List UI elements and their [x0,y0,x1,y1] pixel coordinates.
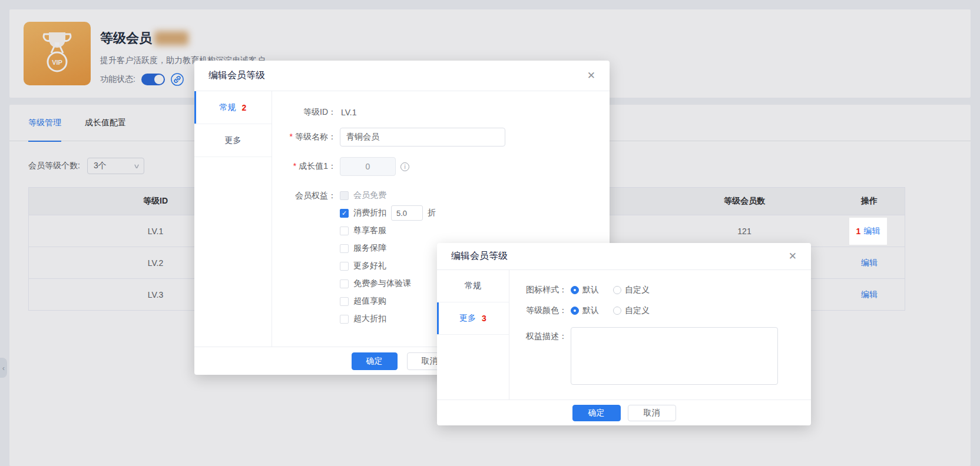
benefit-item: 更多好礼 [340,257,436,275]
radio-icon-default[interactable]: 默认 [571,285,599,295]
dialog-side-tabs: 常规 2 更多 [194,91,272,347]
cancel-button[interactable]: 取消 [628,405,676,421]
checkbox-consume-discount[interactable]: ✓ [340,209,349,218]
highlighted-edit-action: 1 编辑 [849,218,887,245]
benefit-desc-textarea[interactable] [571,327,778,385]
radio-selected-icon [571,286,579,294]
checkbox-service-guarantee[interactable] [340,244,349,253]
radio-color-custom[interactable]: 自定义 [613,305,650,316]
checkbox-big-discount[interactable] [340,315,349,324]
checkbox-member-free[interactable] [340,191,349,200]
annotation-2: 2 [242,103,247,112]
growth-value-input [340,157,396,176]
checkbox-vip-service[interactable] [340,227,349,235]
benefits-label: 会员权益： [272,187,336,201]
benefit-item: 服务保障 [340,239,436,257]
benefit-item: ✓ 消费折扣 折 [340,204,436,222]
level-id-label: 等级ID： [272,107,336,118]
dialog-side-tabs: 常规 更多 3 [437,270,509,400]
radio-unselected-icon [613,307,621,315]
benefit-desc-label: 权益描述： [509,327,567,342]
more-form: 图标样式： 默认 自定义 等级颜色： 默认 [509,270,811,400]
confirm-button[interactable]: 确定 [352,352,398,370]
benefit-item: 会员免费 [340,187,436,204]
edit-level-dialog-more: 编辑会员等级 ✕ 常规 更多 3 图标样式： 默认 [437,243,811,425]
dialog-header: 编辑会员等级 ✕ [194,61,610,91]
close-icon[interactable]: ✕ [587,71,595,81]
edit-link-lv1-highlight[interactable]: 编辑 [863,226,880,237]
level-color-label: 等级颜色： [509,305,567,316]
level-name-label: *等级名称： [272,132,336,142]
dialog-tab-more[interactable]: 更多 [194,124,272,157]
dialog-tab-general[interactable]: 常规 2 [194,91,272,124]
dialog-title: 编辑会员等级 [451,250,508,262]
radio-selected-icon [571,307,579,315]
benefits-checkbox-group: 会员免费 ✓ 消费折扣 折 尊享客服 服务保障 [340,187,436,328]
checkbox-value-purchase[interactable] [340,297,349,306]
dialog-tab-general[interactable]: 常规 [437,270,509,302]
info-icon[interactable]: i [400,162,409,171]
dialog-title: 编辑会员等级 [208,69,265,82]
checkbox-more-gifts[interactable] [340,262,349,271]
confirm-button[interactable]: 确定 [572,405,621,421]
level-color-radio-group: 默认 自定义 [571,305,650,316]
discount-unit-label: 折 [428,208,436,218]
growth-value-label: *成长值1： [272,161,336,172]
discount-value-input[interactable] [391,205,423,221]
checkbox-free-trial-class[interactable] [340,279,349,288]
dialog-footer: 确定 取消 [437,400,811,425]
radio-icon-custom[interactable]: 自定义 [613,285,650,295]
check-icon: ✓ [342,209,347,217]
annotation-3: 3 [482,314,486,323]
required-mark: * [293,161,296,171]
radio-unselected-icon [613,286,621,294]
benefit-item: 超值享购 [340,292,436,310]
icon-style-label: 图标样式： [509,285,567,295]
benefit-item: 尊享客服 [340,222,436,239]
benefit-item: 免费参与体验课 [340,275,436,292]
dialog-tab-more[interactable]: 更多 3 [437,302,509,335]
close-icon[interactable]: ✕ [789,251,797,261]
dialog-header: 编辑会员等级 ✕ [437,243,811,270]
level-id-value: LV.1 [341,108,356,117]
required-mark: * [290,132,293,141]
annotation-1: 1 [856,227,861,236]
benefit-item: 超大折扣 [340,310,436,328]
level-name-input[interactable] [340,128,505,147]
radio-color-default[interactable]: 默认 [571,305,599,316]
icon-style-radio-group: 默认 自定义 [571,285,650,295]
